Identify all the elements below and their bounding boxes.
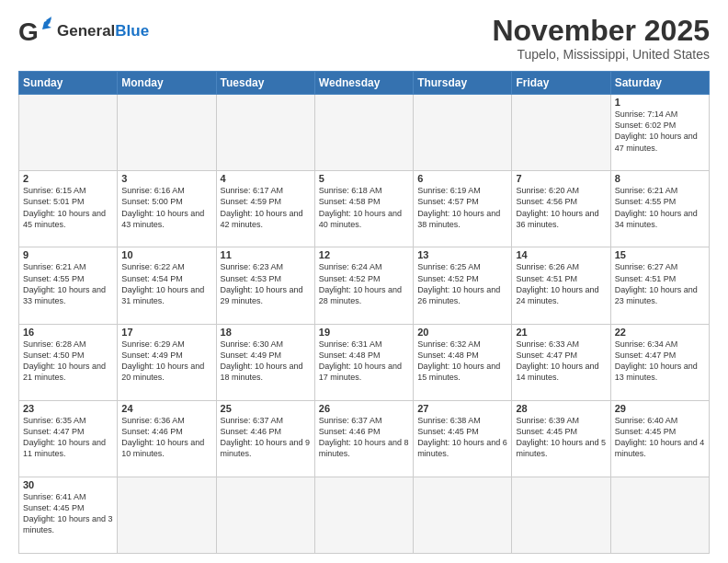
day-number: 6	[417, 173, 507, 184]
svg-text:G: G	[18, 17, 39, 46]
calendar-cell: 27Sunrise: 6:38 AM Sunset: 4:45 PM Dayli…	[414, 400, 512, 477]
calendar-cell: 15Sunrise: 6:27 AM Sunset: 4:51 PM Dayli…	[610, 247, 709, 324]
calendar-cell	[216, 95, 314, 171]
calendar-cell	[610, 477, 709, 553]
day-info: Sunrise: 6:34 AM Sunset: 4:47 PM Dayligh…	[615, 339, 705, 384]
day-number: 4	[221, 173, 311, 184]
calendar-title: November 2025	[492, 15, 710, 47]
day-info: Sunrise: 6:25 AM Sunset: 4:52 PM Dayligh…	[417, 261, 507, 306]
calendar-cell	[118, 95, 216, 171]
calendar-table: Sunday Monday Tuesday Wednesday Thursday…	[18, 71, 710, 554]
day-number: 12	[319, 249, 409, 260]
calendar-cell: 28Sunrise: 6:39 AM Sunset: 4:45 PM Dayli…	[512, 400, 610, 477]
calendar-cell: 13Sunrise: 6:25 AM Sunset: 4:52 PM Dayli…	[414, 247, 512, 324]
calendar-cell: 25Sunrise: 6:37 AM Sunset: 4:46 PM Dayli…	[216, 400, 314, 477]
page: G GeneralBlue November 2025 Tupelo, Miss…	[0, 0, 728, 563]
calendar-cell: 14Sunrise: 6:26 AM Sunset: 4:51 PM Dayli…	[512, 247, 610, 324]
calendar-week-row: 30Sunrise: 6:41 AM Sunset: 4:45 PM Dayli…	[19, 477, 710, 553]
logo: G GeneralBlue	[18, 15, 149, 48]
calendar-cell	[216, 477, 314, 553]
calendar-week-row: 16Sunrise: 6:28 AM Sunset: 4:50 PM Dayli…	[19, 324, 710, 400]
calendar-week-row: 23Sunrise: 6:35 AM Sunset: 4:47 PM Dayli…	[19, 400, 710, 477]
day-number: 5	[319, 173, 409, 184]
calendar-cell: 5Sunrise: 6:18 AM Sunset: 4:58 PM Daylig…	[314, 171, 413, 247]
day-info: Sunrise: 6:30 AM Sunset: 4:49 PM Dayligh…	[221, 339, 311, 384]
day-number: 17	[121, 327, 211, 338]
calendar-week-row: 2Sunrise: 6:15 AM Sunset: 5:01 PM Daylig…	[19, 171, 710, 247]
day-info: Sunrise: 6:15 AM Sunset: 5:01 PM Dayligh…	[23, 185, 113, 230]
calendar-cell: 3Sunrise: 6:16 AM Sunset: 5:00 PM Daylig…	[118, 171, 216, 247]
day-info: Sunrise: 6:41 AM Sunset: 4:45 PM Dayligh…	[23, 491, 113, 536]
day-number: 8	[615, 173, 705, 184]
day-info: Sunrise: 6:35 AM Sunset: 4:47 PM Dayligh…	[23, 415, 113, 460]
calendar-cell: 8Sunrise: 6:21 AM Sunset: 4:55 PM Daylig…	[610, 171, 709, 247]
calendar-cell: 29Sunrise: 6:40 AM Sunset: 4:45 PM Dayli…	[610, 400, 709, 477]
col-monday: Monday	[118, 72, 216, 95]
day-number: 21	[516, 327, 606, 338]
day-number: 11	[221, 249, 311, 260]
day-info: Sunrise: 6:31 AM Sunset: 4:48 PM Dayligh…	[319, 339, 409, 384]
day-number: 10	[121, 249, 211, 260]
day-number: 30	[23, 479, 113, 490]
day-number: 2	[23, 173, 113, 184]
day-number: 18	[221, 327, 311, 338]
calendar-week-row: 1Sunrise: 7:14 AM Sunset: 6:02 PM Daylig…	[19, 95, 710, 171]
calendar-cell: 26Sunrise: 6:37 AM Sunset: 4:46 PM Dayli…	[314, 400, 413, 477]
calendar-week-row: 9Sunrise: 6:21 AM Sunset: 4:55 PM Daylig…	[19, 247, 710, 324]
calendar-subtitle: Tupelo, Mississippi, United States	[492, 47, 710, 62]
day-info: Sunrise: 6:32 AM Sunset: 4:48 PM Dayligh…	[417, 339, 507, 384]
day-info: Sunrise: 6:21 AM Sunset: 4:55 PM Dayligh…	[615, 185, 705, 230]
day-info: Sunrise: 6:33 AM Sunset: 4:47 PM Dayligh…	[516, 339, 606, 384]
day-info: Sunrise: 6:36 AM Sunset: 4:46 PM Dayligh…	[121, 415, 211, 460]
header: G GeneralBlue November 2025 Tupelo, Miss…	[18, 15, 710, 62]
day-info: Sunrise: 6:20 AM Sunset: 4:56 PM Dayligh…	[516, 185, 606, 230]
calendar-cell: 24Sunrise: 6:36 AM Sunset: 4:46 PM Dayli…	[118, 400, 216, 477]
calendar-cell: 18Sunrise: 6:30 AM Sunset: 4:49 PM Dayli…	[216, 324, 314, 400]
day-number: 24	[121, 403, 211, 414]
day-info: Sunrise: 6:37 AM Sunset: 4:46 PM Dayligh…	[319, 415, 409, 460]
calendar-cell: 10Sunrise: 6:22 AM Sunset: 4:54 PM Dayli…	[118, 247, 216, 324]
day-number: 29	[615, 403, 705, 414]
calendar-cell: 9Sunrise: 6:21 AM Sunset: 4:55 PM Daylig…	[19, 247, 118, 324]
day-number: 16	[23, 327, 113, 338]
calendar-cell	[414, 95, 512, 171]
day-number: 26	[319, 403, 409, 414]
logo-text: GeneralBlue	[57, 23, 149, 40]
calendar-cell	[314, 477, 413, 553]
day-info: Sunrise: 6:22 AM Sunset: 4:54 PM Dayligh…	[121, 261, 211, 306]
day-number: 3	[121, 173, 211, 184]
col-friday: Friday	[512, 72, 610, 95]
day-number: 19	[319, 327, 409, 338]
day-number: 27	[417, 403, 507, 414]
day-info: Sunrise: 6:28 AM Sunset: 4:50 PM Dayligh…	[23, 339, 113, 384]
calendar-cell: 19Sunrise: 6:31 AM Sunset: 4:48 PM Dayli…	[314, 324, 413, 400]
calendar-cell	[314, 95, 413, 171]
calendar-cell: 30Sunrise: 6:41 AM Sunset: 4:45 PM Dayli…	[19, 477, 118, 553]
day-info: Sunrise: 6:38 AM Sunset: 4:45 PM Dayligh…	[417, 415, 507, 460]
calendar-cell: 12Sunrise: 6:24 AM Sunset: 4:52 PM Dayli…	[314, 247, 413, 324]
col-sunday: Sunday	[19, 72, 118, 95]
day-info: Sunrise: 6:23 AM Sunset: 4:53 PM Dayligh…	[221, 261, 311, 306]
day-number: 7	[516, 173, 606, 184]
day-info: Sunrise: 6:37 AM Sunset: 4:46 PM Dayligh…	[221, 415, 311, 460]
calendar-cell: 16Sunrise: 6:28 AM Sunset: 4:50 PM Dayli…	[19, 324, 118, 400]
calendar-cell: 2Sunrise: 6:15 AM Sunset: 5:01 PM Daylig…	[19, 171, 118, 247]
calendar-cell: 17Sunrise: 6:29 AM Sunset: 4:49 PM Dayli…	[118, 324, 216, 400]
col-tuesday: Tuesday	[216, 72, 314, 95]
day-info: Sunrise: 6:17 AM Sunset: 4:59 PM Dayligh…	[221, 185, 311, 230]
calendar-header-row: Sunday Monday Tuesday Wednesday Thursday…	[19, 72, 710, 95]
calendar-cell: 23Sunrise: 6:35 AM Sunset: 4:47 PM Dayli…	[19, 400, 118, 477]
calendar-cell: 7Sunrise: 6:20 AM Sunset: 4:56 PM Daylig…	[512, 171, 610, 247]
day-info: Sunrise: 6:24 AM Sunset: 4:52 PM Dayligh…	[319, 261, 409, 306]
day-info: Sunrise: 7:14 AM Sunset: 6:02 PM Dayligh…	[615, 109, 705, 154]
calendar-cell	[512, 95, 610, 171]
day-number: 14	[516, 249, 606, 260]
day-number: 20	[417, 327, 507, 338]
day-number: 28	[516, 403, 606, 414]
day-number: 23	[23, 403, 113, 414]
day-number: 15	[615, 249, 705, 260]
title-block: November 2025 Tupelo, Mississippi, Unite…	[492, 15, 710, 62]
day-info: Sunrise: 6:18 AM Sunset: 4:58 PM Dayligh…	[319, 185, 409, 230]
calendar-cell: 6Sunrise: 6:19 AM Sunset: 4:57 PM Daylig…	[414, 171, 512, 247]
day-number: 25	[221, 403, 311, 414]
